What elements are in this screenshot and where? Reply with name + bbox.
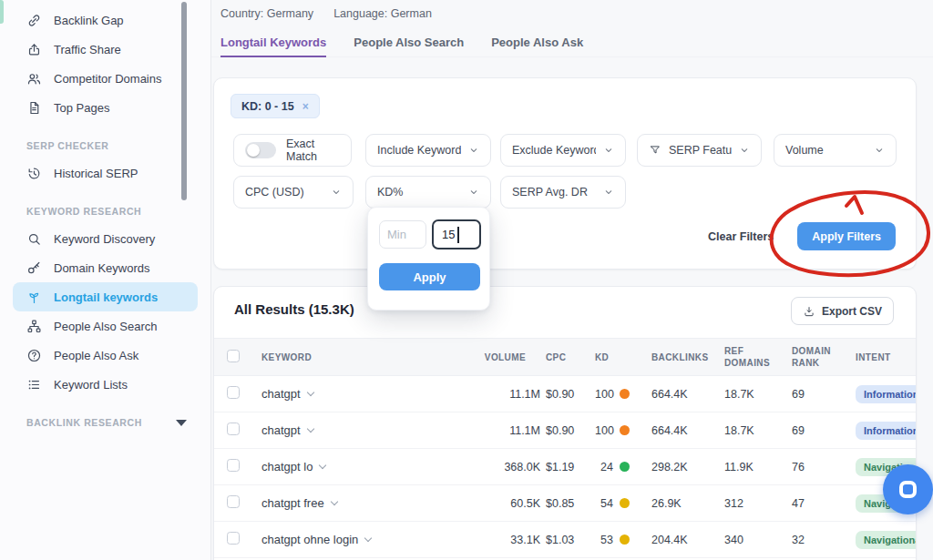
column-header-cpc[interactable]: CPC (546, 351, 595, 363)
keyword-cell[interactable]: chatgpt free (261, 496, 482, 510)
sidebar-item-competitor-domains[interactable]: Competitor Domains (13, 64, 198, 93)
cpc-cell: $1.03 (546, 534, 595, 546)
country-selector[interactable]: Country: Germany (220, 7, 313, 20)
filter-chip-kd[interactable]: KD: 0 - 15 × (231, 94, 320, 118)
dropdown-label: SERP Features (669, 144, 732, 157)
apply-filters-button[interactable]: Apply Filters (797, 222, 896, 250)
row-checkbox[interactable] (227, 386, 240, 399)
sidebar-item-keyword-lists[interactable]: Keyword Lists (13, 370, 198, 399)
row-checkbox[interactable] (227, 495, 240, 508)
keyword-text: chatgpt ohne login (261, 533, 358, 546)
column-header-volume[interactable]: VOLUME (482, 351, 546, 363)
tab-longtail-keywords[interactable]: Longtail Keywords (220, 36, 326, 57)
sidebar-item-domain-keywords[interactable]: Domain Keywords (13, 253, 198, 282)
column-header-backlinks[interactable]: BACKLINKS (651, 351, 724, 363)
row-checkbox[interactable] (227, 423, 240, 435)
tab-people-also-search[interactable]: People Also Search (354, 36, 464, 57)
row-checkbox[interactable] (227, 459, 240, 472)
intent-cell: Navigational (856, 531, 916, 549)
results-panel: All Results (15.3K) Export CSV KEYWORDVO… (213, 286, 917, 560)
kd-cell: 24 (595, 461, 651, 473)
cpc-cell: $0.90 (546, 388, 595, 401)
filters-panel: KD: 0 - 15 × Exact Match Include Keyword… (213, 77, 917, 270)
dropdown-kd[interactable]: KD% (365, 176, 491, 209)
clear-filters-button[interactable]: Clear Filters (708, 230, 774, 243)
sidebar-item-historical-serp[interactable]: Historical SERP (13, 158, 198, 188)
backlinks-cell: 298.2K (651, 461, 724, 473)
search-icon (26, 231, 42, 247)
active-indicator-sliver (0, 0, 4, 24)
sidebar-scrollbar-thumb[interactable] (181, 2, 187, 200)
kd-difficulty-dot (620, 535, 630, 545)
select-all-checkbox[interactable] (227, 350, 240, 362)
expand-chevron-icon[interactable] (306, 424, 313, 432)
exact-match-control[interactable]: Exact Match (233, 134, 352, 167)
row-checkbox[interactable] (227, 532, 240, 545)
section-label-text: SERP CHECKER (26, 140, 108, 151)
keyword-cell[interactable]: chatgpt (261, 387, 482, 401)
sidebar-item-label: Keyword Discovery (54, 232, 155, 246)
kd-min-input[interactable] (379, 220, 426, 249)
domain-rank-cell: 32 (792, 534, 856, 546)
domain-rank-cell: 69 (792, 424, 856, 437)
chevron-down-icon (468, 187, 479, 198)
dropdown-serp-avg-dr[interactable]: SERP Avg. DR (500, 176, 626, 209)
dropdown-serp-features[interactable]: SERP Features (637, 134, 762, 167)
cpc-cell: $0.85 (546, 497, 595, 510)
column-header-domain-rank[interactable]: DOMAIN RANK (792, 345, 856, 369)
domain-rank-cell: 69 (792, 388, 856, 401)
ref-domains-cell: 18.7K (724, 424, 792, 437)
exact-match-toggle[interactable] (245, 142, 276, 158)
backlinks-cell: 664.4K (651, 424, 724, 437)
kd-max-wrap (432, 220, 481, 249)
column-header-ref-domains[interactable]: REF DOMAINS (724, 345, 792, 369)
chat-widget-button[interactable] (883, 464, 933, 514)
domain-rank-cell: 47 (792, 497, 856, 510)
sidebar-item-top-pages[interactable]: Top Pages (13, 93, 198, 122)
sidebar-item-longtail-keywords[interactable]: Longtail keywords (13, 282, 198, 311)
expand-chevron-icon[interactable] (330, 497, 337, 504)
sidebar: Backlink GapTraffic ShareCompetitor Doma… (0, 0, 211, 560)
kd-apply-button[interactable]: Apply (379, 263, 480, 290)
intent-badge: Navigational (856, 531, 916, 549)
keyword-cell[interactable]: chatgpt lo (261, 460, 482, 473)
sidebar-item-people-also-search[interactable]: People Also Search (13, 311, 198, 341)
funnel-icon (649, 144, 661, 157)
sidebar-item-keyword-discovery[interactable]: Keyword Discovery (13, 224, 198, 253)
keyword-cell[interactable]: chatgpt (261, 423, 482, 437)
chevron-down-icon (468, 145, 479, 156)
expand-chevron-icon[interactable] (364, 534, 372, 541)
language-selector[interactable]: Language: German (333, 7, 432, 20)
column-header-intent[interactable]: INTENT (856, 351, 916, 363)
sidebar-section-label-keyword-research: KEYWORD RESEARCH (0, 206, 210, 217)
dropdown-exclude-keywords[interactable]: Exclude Keywords (500, 134, 626, 167)
dropdown-include-keywords[interactable]: Include Keywords (365, 134, 491, 167)
dropdown-volume[interactable]: Volume (774, 134, 897, 167)
checkbox-cell (227, 386, 261, 402)
cpc-cell: $1.19 (546, 461, 595, 473)
sidebar-item-label: Keyword Lists (54, 378, 128, 392)
keyword-cell[interactable]: chatgpt ohne login (261, 533, 482, 546)
dropdown-cpc-usd[interactable]: CPC (USD) (233, 176, 354, 209)
expand-chevron-icon[interactable] (319, 461, 326, 468)
kd-cell: 100 (595, 388, 651, 401)
kd-max-input[interactable] (432, 219, 481, 249)
tab-people-also-ask[interactable]: People Also Ask (491, 36, 583, 57)
column-header-kd[interactable]: KD (595, 351, 651, 363)
people-icon (26, 71, 42, 87)
sidebar-item-label: Backlink Gap (54, 14, 124, 27)
chevron-down-icon (603, 145, 614, 156)
caret-down-icon[interactable] (176, 420, 187, 426)
sidebar-item-backlink-gap[interactable]: Backlink Gap (13, 5, 198, 35)
chip-close-icon[interactable]: × (302, 100, 309, 113)
volume-cell: 11.1M (482, 388, 546, 401)
sidebar-item-people-also-ask[interactable]: People Also Ask (13, 341, 198, 370)
app-window: Backlink GapTraffic ShareCompetitor Doma… (0, 0, 933, 560)
column-header-keyword[interactable]: KEYWORD (261, 351, 482, 363)
sidebar-item-traffic-share[interactable]: Traffic Share (13, 35, 198, 64)
expand-chevron-icon[interactable] (306, 388, 313, 395)
keyword-text: chatgpt free (261, 496, 324, 510)
table-row-chatgpt-free: chatgpt free60.5K$0.855426.9K31247Naviga… (214, 485, 916, 522)
dropdown-label: CPC (USD) (245, 186, 323, 199)
export-csv-button[interactable]: Export CSV (791, 297, 894, 325)
